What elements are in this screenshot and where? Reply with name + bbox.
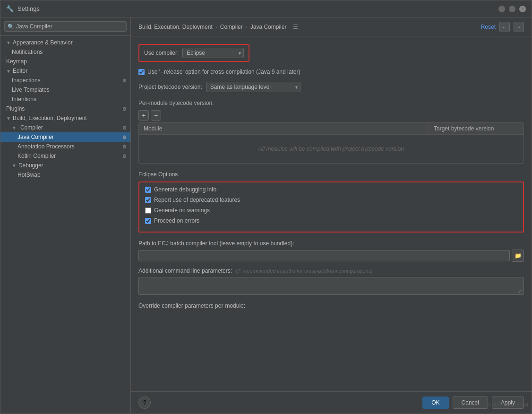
module-toolbar: + − <box>138 110 524 121</box>
expand-arrow: ▼ <box>6 69 11 74</box>
sidebar-item-compiler[interactable]: ▼ Compiler ⚙ <box>0 123 130 132</box>
override-section: Override compiler parameters per-module: <box>138 302 524 309</box>
sidebar-item-editor[interactable]: ▼ Editor <box>0 66 130 76</box>
ecj-input-wrap: 📁 <box>138 250 524 262</box>
expand-icon[interactable]: ⤢ <box>518 288 522 294</box>
sidebar-item-label: Editor <box>13 68 27 74</box>
right-panel: Build, Execution, Deployment › Compiler … <box>131 17 532 414</box>
additional-header: Additional command line parameters: ('/'… <box>138 267 524 274</box>
expand-arrow: ▼ <box>6 116 11 121</box>
config-icon: ⚙ <box>122 154 127 159</box>
compiler-select-wrapper: Eclipse Javac Ajc ▾ <box>182 48 244 58</box>
sidebar-item-debugger[interactable]: ▼ Debugger <box>0 161 130 170</box>
minimize-button[interactable]: _ <box>498 6 505 12</box>
sidebar-item-notifications[interactable]: Notifications <box>0 47 130 57</box>
additional-section: Additional command line parameters: ('/'… <box>138 267 524 296</box>
gen-no-warnings-checkbox[interactable] <box>145 207 151 214</box>
bytecode-select[interactable]: Same as language level 8 11 17 <box>206 82 300 92</box>
sidebar-item-build-execution-deployment[interactable]: ▼ Build, Execution, Deployment <box>0 113 130 123</box>
cancel-button[interactable]: Cancel <box>453 397 488 409</box>
sidebar-item-kotlin-compiler[interactable]: Kotlin Compiler ⚙ <box>0 151 130 161</box>
sidebar-item-java-compiler[interactable]: Java Compiler ⚙ <box>0 132 130 142</box>
sidebar-item-inspections[interactable]: Inspections ⚙ <box>0 76 130 85</box>
config-icon: ⚙ <box>122 144 127 149</box>
eclipse-options-title: Eclipse Options <box>138 171 524 178</box>
ecj-browse-button[interactable]: 📁 <box>512 250 524 262</box>
watermark: CSDN @5239ZM <box>488 402 528 407</box>
window-controls: _ □ ✕ <box>498 6 526 12</box>
sidebar-item-label: Live Templates <box>12 86 50 93</box>
search-input[interactable] <box>16 23 123 30</box>
sidebar-item-label: Intentions <box>12 96 36 103</box>
panel-footer: ? OK Cancel Apply <box>131 391 532 414</box>
sidebar-item-live-templates[interactable]: Live Templates <box>0 85 130 95</box>
breadcrumb-sep-1: › <box>215 24 217 30</box>
module-empty-message: All modules will be compiled with projec… <box>258 146 404 152</box>
sidebar-item-intentions[interactable]: Intentions <box>0 95 130 104</box>
add-module-button[interactable]: + <box>138 110 149 121</box>
config-icon: ⚙ <box>122 125 127 130</box>
sidebar-item-hotswap[interactable]: HotSwap <box>0 170 130 180</box>
config-icon: ⚙ <box>122 106 127 112</box>
module-col-header: Module <box>139 123 429 134</box>
proceed-errors-checkbox[interactable] <box>145 218 151 224</box>
expand-arrow: ▼ <box>6 40 11 45</box>
breadcrumb-part-1: Build, Execution, Deployment <box>138 24 213 30</box>
ok-button[interactable]: OK <box>422 397 448 409</box>
per-module-section: Per-module bytecode version: + − Module … <box>138 100 524 164</box>
gen-no-warnings-label: Generate no warnings <box>154 207 210 214</box>
breadcrumb-menu-icon[interactable]: ☰ <box>293 24 298 30</box>
report-deprecated-row: Report use of deprecated features <box>145 197 517 203</box>
sidebar-item-label: Annotation Processors <box>17 143 75 150</box>
report-deprecated-checkbox[interactable] <box>145 197 151 203</box>
additional-textarea-wrap: ⤢ <box>138 277 524 296</box>
additional-label: Additional command line parameters: <box>138 267 232 274</box>
sidebar-item-label: HotSwap <box>17 172 41 178</box>
eclipse-section: Eclipse Options Generate debugging info … <box>138 171 524 233</box>
project-bytecode-row: Project bytecode version: Same as langua… <box>138 82 524 92</box>
sidebar-item-annotation-processors[interactable]: Annotation Processors ⚙ <box>0 142 130 151</box>
module-table: Module Target bytecode version All modul… <box>138 122 524 164</box>
reset-button[interactable]: Reset <box>481 24 496 30</box>
panel-content: Use compiler: Eclipse Javac Ajc ▾ Use '-… <box>131 36 532 391</box>
close-button[interactable]: ✕ <box>519 6 526 12</box>
breadcrumb-part-3: Java Compiler <box>250 24 287 30</box>
title-bar: 🔧 Settings _ □ ✕ <box>0 0 532 17</box>
additional-params-input[interactable] <box>138 277 524 295</box>
report-deprecated-label: Report use of deprecated features <box>154 197 240 203</box>
proceed-errors-label: Proceed on errors <box>154 217 199 224</box>
sidebar-item-label: Keymap <box>6 58 27 65</box>
header-actions: Reset ← → <box>481 22 524 32</box>
config-icon: ⚙ <box>122 135 127 140</box>
breadcrumb-part-2: Compiler <box>220 24 243 30</box>
config-icon: ⚙ <box>122 78 127 83</box>
sidebar-item-label: Build, Execution, Deployment <box>13 115 87 121</box>
ecj-section: Path to ECJ batch compiler tool (leave e… <box>138 240 524 262</box>
help-button[interactable]: ? <box>138 397 151 409</box>
back-button[interactable]: ← <box>499 22 510 32</box>
gen-no-warnings-row: Generate no warnings <box>145 207 517 214</box>
sidebar-item-label: Debugger <box>18 162 43 169</box>
sidebar-item-label: Compiler <box>20 124 43 131</box>
gen-debug-checkbox[interactable] <box>145 187 151 193</box>
proceed-errors-row: Proceed on errors <box>145 217 517 224</box>
app-icon: 🔧 <box>6 5 14 13</box>
sidebar-tree: ▼ Appearance & Behavior Notifications Ke… <box>0 36 130 414</box>
release-checkbox[interactable] <box>138 69 145 75</box>
breadcrumb-sep-2: › <box>246 24 248 30</box>
override-label: Override compiler parameters per-module: <box>138 302 245 309</box>
gen-debug-row: Generate debugging info <box>145 186 517 193</box>
expand-arrow: ▼ <box>12 163 17 168</box>
sidebar-item-label: Plugins <box>6 105 25 112</box>
sidebar-item-plugins[interactable]: Plugins ⚙ <box>0 104 130 113</box>
sidebar-item-label: Kotlin Compiler <box>17 153 56 159</box>
search-wrap: 🔍 <box>4 21 127 32</box>
compiler-select[interactable]: Eclipse Javac Ajc <box>182 48 244 58</box>
ecj-path-input[interactable] <box>138 250 510 261</box>
forward-button[interactable]: → <box>514 22 524 32</box>
sidebar-item-appearance-behavior[interactable]: ▼ Appearance & Behavior <box>0 38 130 47</box>
sidebar-item-keymap[interactable]: Keymap <box>0 57 130 66</box>
use-compiler-label: Use compiler: <box>144 50 179 56</box>
maximize-button[interactable]: □ <box>509 6 515 12</box>
remove-module-button[interactable]: − <box>151 110 161 121</box>
